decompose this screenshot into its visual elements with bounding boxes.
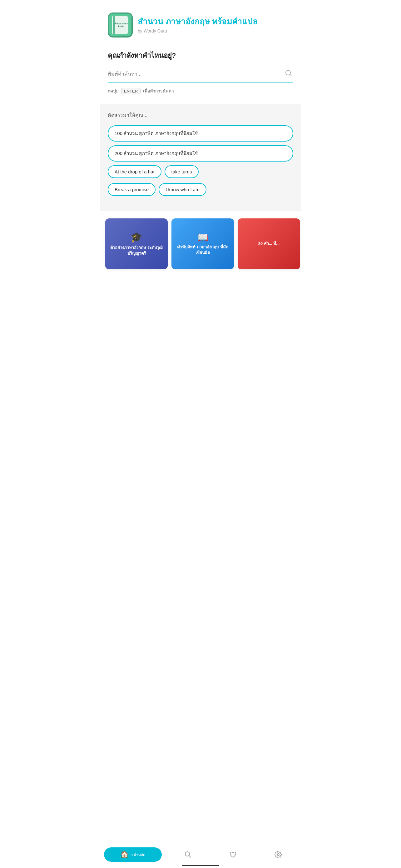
card-3-image: 20 คำ... ที่...	[238, 218, 300, 269]
app-title: สำนวน ภาษาอังกฤษ พร้อมคำแปล	[138, 17, 293, 27]
app-icon: สำนวน ภาษาอังกฤษ	[108, 12, 133, 37]
svg-line-1	[290, 74, 291, 76]
card-2-image: 📖 คำทับศัพท์ ภาษาอังกฤษ ที่มักเขียนผิด	[171, 218, 234, 269]
nav-favorites[interactable]	[210, 849, 256, 860]
curated-section: คัดสรรมาให้คุณ... 100 สำนวน สุภาษิต ภาษา…	[100, 104, 301, 211]
pill-100[interactable]: 100 สำนวน สุภาษิต ภาษาอังกฤษที่นิยมใช้	[108, 125, 293, 142]
app-icon-text: สำนวน ภาษาอังกฤษ	[112, 23, 128, 28]
app-subtitle: by Wordy Guru	[138, 28, 293, 33]
nav-search-icon	[184, 851, 192, 858]
curated-title: คัดสรรมาให้คุณ...	[108, 111, 293, 119]
cards-section: 🎓 ตัวอย่างภาษาอังกฤษ ระดับวุฒิปริญญาตรี …	[100, 211, 301, 301]
heart-icon	[229, 851, 237, 858]
nav-home-label: หน้าหลัก	[131, 852, 145, 858]
nav-home[interactable]: 🏠 หน้าหลัก	[104, 847, 162, 862]
search-bar	[108, 68, 293, 83]
card-3-img-text: 20 คำ... ที่...	[258, 241, 279, 247]
graduation-icon: 🎓	[130, 231, 143, 243]
nav-search[interactable]	[166, 849, 211, 860]
search-section: คุณกำลังหาคำไหนอยู่? กดปุ่ม ENTER เพื่อท…	[100, 44, 301, 104]
pills-row-2: Break a promise I know who I am	[108, 183, 293, 200]
nav-settings[interactable]	[256, 849, 301, 860]
search-input[interactable]	[108, 71, 284, 77]
pill-break-promise[interactable]: Break a promise	[108, 183, 156, 196]
pill-take-turns[interactable]: take turns	[165, 165, 199, 178]
home-indicator	[182, 865, 219, 866]
search-icon	[285, 70, 292, 76]
book-icon: 📖	[197, 232, 208, 243]
card-2[interactable]: 📖 คำทับศัพท์ ภาษาอังกฤษ ที่มักเขียนผิด ค…	[171, 218, 234, 269]
home-icon: 🏠	[120, 850, 129, 859]
search-question: คุณกำลังหาคำไหนอยู่?	[108, 50, 293, 61]
card-1-img-text: ตัวอย่างภาษาอังกฤษ ระดับวุฒิปริญญาตรี	[109, 245, 164, 256]
settings-icon	[274, 851, 282, 858]
pill-know-who[interactable]: I know who I am	[159, 183, 206, 196]
pill-200[interactable]: 200 สำนวน สุภาษิต ภาษาอังกฤษที่นิยมใช้	[108, 145, 293, 161]
svg-line-3	[189, 856, 191, 858]
pills-row-1: At the drop of a hat take turns	[108, 165, 293, 182]
hint-suffix: เพื่อทำการค้นหา	[143, 88, 174, 94]
bottom-nav: 🏠 หน้าหลัก	[100, 844, 301, 868]
header-text: สำนวน ภาษาอังกฤษ พร้อมคำแปล by Wordy Gur…	[138, 17, 293, 33]
enter-badge: ENTER	[121, 88, 140, 94]
card-2-img-text: คำทับศัพท์ ภาษาอังกฤษ ที่มักเขียนผิด	[175, 244, 230, 256]
svg-point-4	[277, 854, 279, 856]
card-1[interactable]: 🎓 ตัวอย่างภาษาอังกฤษ ระดับวุฒิปริญญาตรี …	[105, 218, 168, 269]
search-hint: กดปุ่ม ENTER เพื่อทำการค้นหา	[108, 88, 293, 94]
card-1-image: 🎓 ตัวอย่างภาษาอังกฤษ ระดับวุฒิปริญญาตรี	[105, 218, 168, 269]
app-header: สำนวน ภาษาอังกฤษ สำนวน ภาษาอังกฤษ พร้อมค…	[100, 0, 301, 44]
card-3[interactable]: 20 คำ... ที่... 20 คำ... คนไทย...	[238, 218, 300, 269]
hint-prefix: กดปุ่ม	[108, 88, 119, 94]
pill-drop-hat[interactable]: At the drop of a hat	[108, 165, 162, 178]
search-button[interactable]	[284, 68, 293, 80]
